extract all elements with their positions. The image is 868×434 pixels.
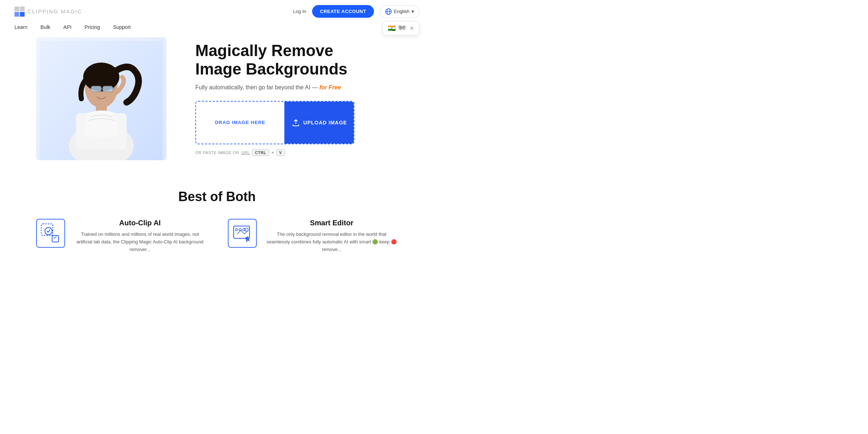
hindi-label: हिंदी xyxy=(399,25,405,31)
upload-area[interactable]: DRAG IMAGE HERE UPLOAD IMAGE xyxy=(195,101,354,144)
language-selector[interactable]: English ▾ xyxy=(380,5,420,18)
smart-editor-description: The only background removal editor in th… xyxy=(265,231,398,253)
smart-editor-icon xyxy=(232,223,252,243)
header-right: Log In CREATE ACCOUNT English ▾ 🇮🇳 हिंदी… xyxy=(293,5,420,18)
svg-rect-20 xyxy=(52,235,59,242)
hindi-flag: 🇮🇳 xyxy=(388,24,396,32)
smart-editor-icon-box xyxy=(228,219,257,248)
hero-image-area xyxy=(36,37,174,160)
language-dropdown: 🇮🇳 हिंदी ✕ xyxy=(382,21,420,35)
drag-drop-zone[interactable]: DRAG IMAGE HERE xyxy=(196,102,284,144)
upload-button[interactable]: UPLOAD IMAGE xyxy=(285,102,354,144)
chevron-down-icon: ▾ xyxy=(412,9,414,14)
globe-icon xyxy=(385,8,392,15)
auto-clip-title: Auto-Clip AI xyxy=(74,219,206,227)
features-row: Auto-Clip AI Trained on millions and mil… xyxy=(14,219,420,253)
logo-text: CLIPPING MAGIC xyxy=(27,8,82,14)
svg-rect-25 xyxy=(245,228,248,231)
svg-rect-0 xyxy=(14,7,19,11)
svg-rect-3 xyxy=(20,12,25,17)
nav-api[interactable]: API xyxy=(63,24,72,30)
hero-subtitle: Fully automatically, then go far beyond … xyxy=(195,84,420,91)
header: CLIPPING MAGIC Log In CREATE ACCOUNT Eng… xyxy=(0,0,434,18)
smart-editor-text: Smart Editor The only background removal… xyxy=(265,219,398,253)
ctrl-key: CTRL xyxy=(252,149,269,156)
hero-section: Magically Remove Image Backgrounds Fully… xyxy=(0,30,434,175)
svg-point-24 xyxy=(243,229,245,231)
main-nav: Learn Bulk API Pricing Support xyxy=(0,18,434,30)
hero-illustration xyxy=(40,41,163,160)
best-of-both-title: Best of Both xyxy=(14,189,420,204)
auto-clip-description: Trained on millions and millions of real… xyxy=(74,231,206,253)
auto-clip-icon xyxy=(41,223,61,243)
auto-clip-text: Auto-Clip AI Trained on millions and mil… xyxy=(74,219,206,253)
v-key: V xyxy=(276,149,285,156)
svg-rect-14 xyxy=(103,86,113,92)
feature-smart-editor: Smart Editor The only background removal… xyxy=(228,219,398,253)
hero-image xyxy=(36,37,166,160)
nav-bulk[interactable]: Bulk xyxy=(41,24,50,30)
svg-rect-1 xyxy=(20,7,25,11)
paste-hint-text: OR PASTE IMAGE OR xyxy=(195,150,239,155)
hero-title: Magically Remove Image Backgrounds xyxy=(195,42,420,78)
smart-editor-title: Smart Editor xyxy=(265,219,398,227)
svg-rect-21 xyxy=(234,226,250,238)
upload-label: UPLOAD IMAGE xyxy=(303,120,347,125)
create-account-button[interactable]: CREATE ACCOUNT xyxy=(312,5,374,18)
plus-separator: + xyxy=(271,150,274,155)
hero-content: Magically Remove Image Backgrounds Fully… xyxy=(174,42,420,156)
nav-pricing[interactable]: Pricing xyxy=(85,24,100,30)
nav-learn[interactable]: Learn xyxy=(14,24,27,30)
auto-clip-icon-box xyxy=(36,219,65,248)
svg-rect-2 xyxy=(14,12,19,17)
nav-support[interactable]: Support xyxy=(113,24,131,30)
close-dropdown-icon[interactable]: ✕ xyxy=(410,25,414,31)
best-of-both-section: Best of Both Auto-Clip AI Trained on mil… xyxy=(0,175,434,260)
svg-point-22 xyxy=(235,229,238,231)
url-link[interactable]: URL xyxy=(241,150,250,155)
logo: CLIPPING MAGIC xyxy=(14,7,82,17)
paste-hint: OR PASTE IMAGE OR URL CTRL + V xyxy=(195,149,420,156)
language-label: English xyxy=(394,9,409,14)
upload-icon xyxy=(292,119,300,127)
logo-icon xyxy=(14,7,25,17)
login-link[interactable]: Log In xyxy=(293,9,306,14)
feature-auto-clip: Auto-Clip AI Trained on millions and mil… xyxy=(36,219,206,253)
svg-rect-13 xyxy=(91,86,101,92)
svg-point-19 xyxy=(45,227,52,235)
